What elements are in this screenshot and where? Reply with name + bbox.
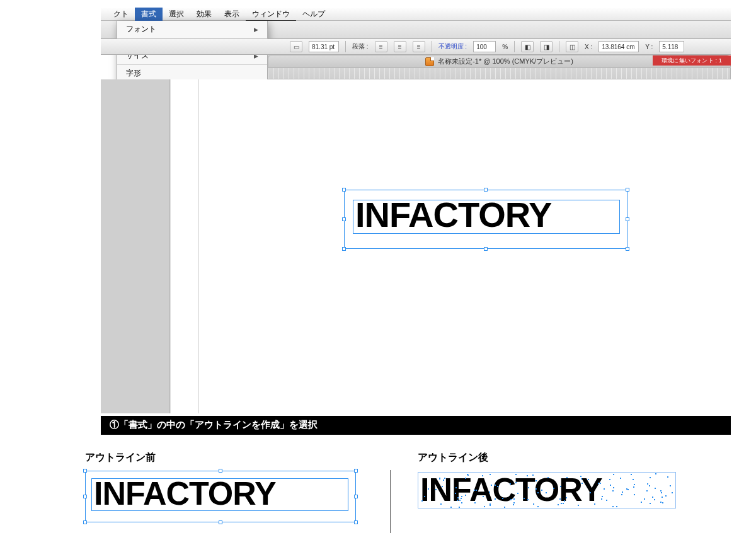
toolbar-divider <box>559 41 559 52</box>
y-field[interactable]: 5.118 <box>659 41 684 52</box>
before-text: INFACTORY <box>94 477 276 510</box>
selection-handle[interactable] <box>626 188 629 192</box>
menu-item-label: フォント <box>126 24 156 35</box>
paragraph-label: 段落 : <box>352 42 369 51</box>
selection-handle[interactable] <box>342 188 346 192</box>
after-sample: INFACTORY <box>418 471 682 515</box>
artwork-text[interactable]: INFACTORY <box>355 197 551 233</box>
transform-icon[interactable]: ◫ <box>566 41 578 52</box>
menubar-item-0[interactable]: クト <box>107 8 135 21</box>
selection-handle[interactable] <box>626 247 629 251</box>
font-size-field[interactable]: 81.31 pt <box>309 41 339 52</box>
control-toolbar: ▭ 81.31 pt 段落 : ≡ ≡ ≡ 不透明度 : 100 % ◧ ◨ ◫… <box>101 38 731 55</box>
toolbar-divider <box>345 41 346 52</box>
before-sample: INFACTORY <box>85 471 356 522</box>
missing-font-warning: 環境に無いフォント : 1 <box>653 55 731 66</box>
x-field[interactable]: 13.8164 cm <box>598 41 639 52</box>
opacity-unit: % <box>502 43 508 50</box>
menu-separator <box>117 64 267 65</box>
selection-handle[interactable] <box>342 247 346 251</box>
app-screenshot: クト書式選択効果表示ウィンドウヘルプ フォント最近使用したフォントサイズ字形エリ… <box>101 8 731 413</box>
align-center-icon[interactable]: ≡ <box>394 41 406 52</box>
after-title: アウトライン後 <box>418 451 715 464</box>
align-right-icon[interactable]: ≡ <box>413 41 425 52</box>
vertical-separator <box>390 470 391 533</box>
menu-item-label: 字形 <box>126 68 141 79</box>
style-icon-2[interactable]: ◨ <box>540 41 553 52</box>
style-icon[interactable]: ◧ <box>521 41 534 52</box>
align-left-icon[interactable]: ≡ <box>375 41 387 52</box>
opacity-label: 不透明度 : <box>438 42 467 51</box>
document-title: 名称未設定-1* @ 100% (CMYK/プレビュー) <box>438 57 573 66</box>
menubar-item-1[interactable]: 書式 <box>135 8 163 21</box>
menubar-item-5[interactable]: ウィンドウ <box>246 8 296 21</box>
instruction-caption-text: ①「書式」の中の「アウトラインを作成」を選択 <box>110 419 318 431</box>
menubar-item-4[interactable]: 表示 <box>218 8 246 21</box>
menu-item[interactable]: 字形 <box>117 67 267 80</box>
y-label: Y : <box>645 43 653 50</box>
selection-handle[interactable] <box>484 247 488 251</box>
toolbar-divider <box>514 41 515 52</box>
selection-handle[interactable] <box>342 217 346 221</box>
menubar: クト書式選択効果表示ウィンドウヘルプ <box>101 8 731 21</box>
menubar-item-2[interactable]: 選択 <box>163 8 190 21</box>
document-icon <box>425 57 434 66</box>
before-after-section: アウトライン前 INFACTORY アウトライン後 INFACTORY <box>85 451 715 533</box>
menubar-item-3[interactable]: 効果 <box>190 8 218 21</box>
toolbar-divider <box>432 41 432 52</box>
x-label: X : <box>585 43 592 50</box>
menubar-item-6[interactable]: ヘルプ <box>296 8 331 21</box>
before-title: アウトライン前 <box>85 451 400 464</box>
pasteboard-area <box>101 79 170 413</box>
artboard-edge <box>198 79 199 413</box>
align-top-icon[interactable]: ▭ <box>290 41 302 52</box>
opacity-field[interactable]: 100 <box>473 41 496 52</box>
menu-item[interactable]: フォント <box>117 23 267 36</box>
selection-handle[interactable] <box>484 188 488 192</box>
selection-handle[interactable] <box>626 217 629 221</box>
ruler-horizontal <box>268 68 731 79</box>
